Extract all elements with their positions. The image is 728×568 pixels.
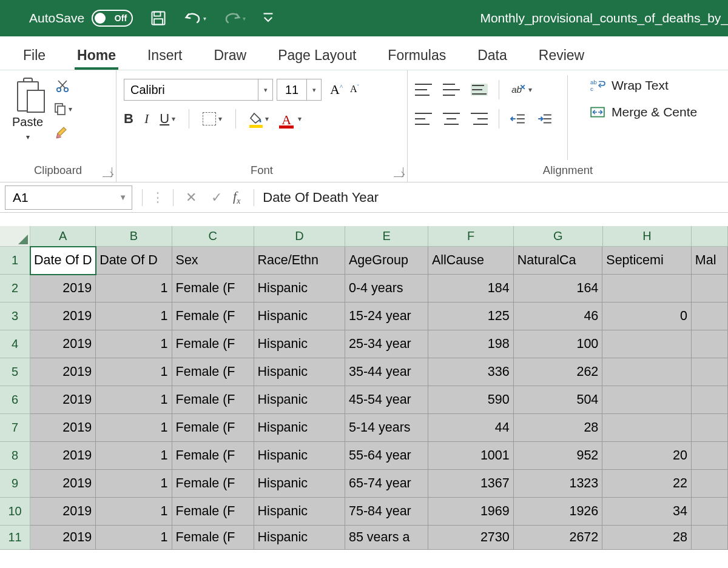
- cell[interactable]: 44: [428, 414, 514, 442]
- cell[interactable]: 28: [602, 526, 692, 550]
- cell[interactable]: 184: [428, 275, 514, 302]
- clipboard-dialog-launcher[interactable]: [103, 167, 112, 177]
- cell[interactable]: Hispanic: [254, 414, 345, 442]
- cell[interactable]: Female (F: [172, 302, 254, 330]
- cell[interactable]: 0: [602, 302, 692, 330]
- cell[interactable]: Mal: [692, 247, 728, 275]
- merge-center-button[interactable]: Merge & Cente: [590, 104, 697, 120]
- orientation-button[interactable]: ab ▾: [510, 82, 532, 97]
- align-center-button[interactable]: [443, 113, 460, 125]
- cell[interactable]: Female (F: [172, 498, 254, 526]
- align-middle-button[interactable]: [443, 84, 460, 96]
- column-header[interactable]: D: [254, 226, 345, 247]
- cut-button[interactable]: [55, 79, 70, 93]
- row-header[interactable]: 7: [0, 414, 30, 442]
- spreadsheet-grid[interactable]: ABCDEFGH1Date Of DDate Of DSexRace/EthnA…: [0, 226, 728, 550]
- cell[interactable]: [692, 386, 728, 414]
- increase-indent-button[interactable]: [537, 112, 553, 125]
- row-header[interactable]: 2: [0, 275, 30, 302]
- tab-review[interactable]: Review: [523, 40, 600, 70]
- cell[interactable]: Hispanic: [254, 470, 345, 498]
- cell[interactable]: [692, 275, 728, 302]
- cell[interactable]: Date Of D: [30, 247, 96, 275]
- row-header[interactable]: 11: [0, 526, 30, 550]
- cell[interactable]: 2019: [30, 498, 96, 526]
- borders-button[interactable]: ▾: [203, 112, 222, 125]
- insert-function-button[interactable]: fx: [233, 189, 240, 206]
- row-header[interactable]: 8: [0, 442, 30, 470]
- cell[interactable]: [692, 330, 728, 358]
- increase-font-size-button[interactable]: A^: [330, 82, 343, 98]
- cell[interactable]: 1: [96, 358, 172, 386]
- customize-qat-button[interactable]: [263, 12, 274, 24]
- cell[interactable]: Female (F: [172, 526, 254, 550]
- cell[interactable]: 85 vears a: [345, 526, 428, 550]
- cell[interactable]: 164: [514, 275, 603, 302]
- tab-formulas[interactable]: Formulas: [372, 40, 462, 70]
- row-header[interactable]: 4: [0, 330, 30, 358]
- italic-button[interactable]: I: [144, 111, 149, 127]
- undo-button[interactable]: ▾: [184, 10, 206, 26]
- cell[interactable]: Female (F: [172, 275, 254, 302]
- cell[interactable]: Date Of D: [96, 247, 172, 275]
- cell[interactable]: 28: [514, 414, 603, 442]
- cell[interactable]: Female (F: [172, 470, 254, 498]
- cell[interactable]: Hispanic: [254, 302, 345, 330]
- cell[interactable]: 25-34 year: [345, 330, 428, 358]
- column-header[interactable]: H: [603, 226, 692, 247]
- copy-button[interactable]: ▾: [53, 102, 72, 116]
- font-size-combo[interactable]: 11 ▾: [277, 79, 322, 101]
- cell[interactable]: [602, 330, 692, 358]
- tab-page-layout[interactable]: Page Layout: [262, 40, 372, 70]
- align-top-button[interactable]: [415, 84, 432, 96]
- cell[interactable]: 75-84 year: [345, 498, 428, 526]
- cell[interactable]: 2019: [30, 442, 96, 470]
- cell[interactable]: 100: [514, 330, 603, 358]
- cell[interactable]: 1926: [514, 498, 603, 526]
- cell[interactable]: AgeGroup: [345, 247, 428, 275]
- cell[interactable]: 2019: [30, 414, 96, 442]
- cell[interactable]: Female (F: [172, 358, 254, 386]
- cell[interactable]: 2019: [30, 386, 96, 414]
- cell[interactable]: Female (F: [172, 414, 254, 442]
- cell[interactable]: 55-64 year: [345, 442, 428, 470]
- cell[interactable]: 1: [96, 275, 172, 302]
- tab-data[interactable]: Data: [462, 40, 523, 70]
- cell[interactable]: 1: [96, 330, 172, 358]
- cell[interactable]: 1: [96, 414, 172, 442]
- underline-button[interactable]: U▾: [160, 111, 175, 127]
- cell[interactable]: 1367: [428, 470, 514, 498]
- cell[interactable]: Hispanic: [254, 442, 345, 470]
- cell[interactable]: 198: [428, 330, 514, 358]
- cell[interactable]: 5-14 years: [345, 414, 428, 442]
- align-left-button[interactable]: [415, 113, 432, 125]
- cell[interactable]: 0-4 years: [345, 275, 428, 302]
- cell[interactable]: 2019: [30, 330, 96, 358]
- column-header[interactable]: C: [172, 226, 254, 247]
- accept-formula-button[interactable]: ✓: [204, 190, 229, 205]
- cell[interactable]: [692, 498, 728, 526]
- cell[interactable]: 34: [602, 498, 692, 526]
- cell[interactable]: Hispanic: [254, 358, 345, 386]
- row-header[interactable]: 10: [0, 498, 30, 526]
- align-bottom-button[interactable]: [471, 84, 488, 96]
- cell[interactable]: Septicemi: [602, 247, 692, 275]
- autosave-toggle[interactable]: AutoSave Off: [29, 10, 133, 27]
- tab-insert[interactable]: Insert: [132, 40, 198, 70]
- redo-button[interactable]: ▾: [223, 10, 246, 26]
- formula-input[interactable]: Date Of Death Year: [259, 190, 728, 205]
- autosave-switch[interactable]: Off: [92, 10, 133, 27]
- cell[interactable]: 504: [514, 386, 603, 414]
- cell[interactable]: 46: [514, 302, 603, 330]
- cell[interactable]: Female (F: [172, 442, 254, 470]
- row-header[interactable]: 6: [0, 386, 30, 414]
- cell[interactable]: [602, 414, 692, 442]
- cell[interactable]: 15-24 year: [345, 302, 428, 330]
- chevron-down-icon[interactable]: ▾: [258, 79, 272, 100]
- cell[interactable]: [602, 358, 692, 386]
- cell[interactable]: [692, 526, 728, 550]
- row-header[interactable]: 5: [0, 358, 30, 386]
- cell[interactable]: [602, 386, 692, 414]
- tab-file[interactable]: File: [7, 40, 61, 70]
- chevron-down-icon[interactable]: ▼: [119, 193, 127, 202]
